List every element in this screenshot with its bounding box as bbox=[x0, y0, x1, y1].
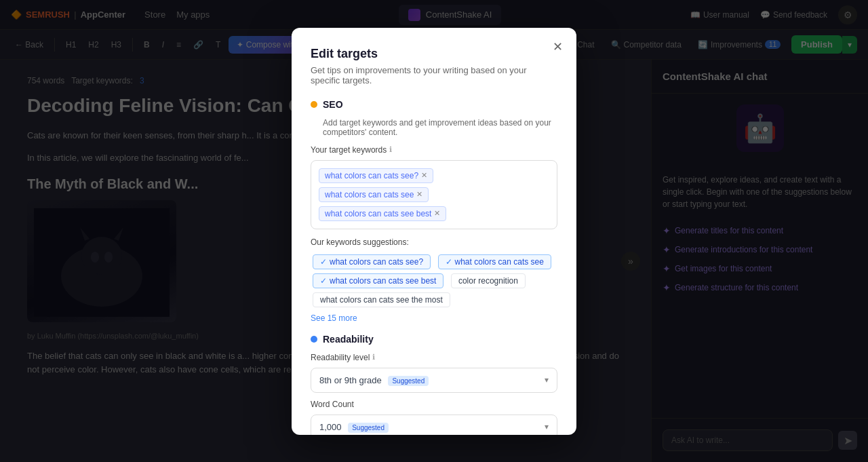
edit-targets-modal: ✕ Edit targets Get tips on improvements … bbox=[292, 28, 576, 435]
readability-dot bbox=[311, 336, 317, 343]
suggestion-3[interactable]: color recognition bbox=[451, 273, 526, 288]
target-keywords-label: Your target keywords ℹ bbox=[311, 145, 557, 155]
remove-keyword-2[interactable]: ✕ bbox=[434, 209, 440, 218]
readability-label: Readability bbox=[323, 334, 374, 345]
modal-overlay: ✕ Edit targets Get tips on improvements … bbox=[0, 0, 868, 462]
remove-keyword-1[interactable]: ✕ bbox=[416, 190, 422, 199]
seo-description: Add target keywords and get improvement … bbox=[323, 118, 557, 137]
readability-select[interactable]: 8th or 9th grade Suggested ▾ bbox=[311, 368, 557, 393]
readability-suggested-badge: Suggested bbox=[388, 376, 429, 386]
chevron-down-icon-2: ▾ bbox=[545, 422, 549, 431]
readability-section-header: Readability bbox=[311, 334, 557, 345]
chevron-down-icon: ▾ bbox=[545, 375, 549, 385]
seo-label: SEO bbox=[323, 99, 343, 110]
close-button[interactable]: ✕ bbox=[549, 39, 566, 55]
check-icon-2: ✓ bbox=[320, 276, 327, 286]
readability-level-label: Readability level ℹ bbox=[311, 353, 557, 362]
suggestion-2[interactable]: ✓ what colors can cats see best bbox=[313, 273, 443, 288]
word-count-suggested-badge: Suggested bbox=[348, 423, 389, 433]
keyword-tag-2[interactable]: what colors can cats see best ✕ bbox=[319, 206, 446, 221]
seo-section-header: SEO bbox=[311, 99, 557, 110]
modal-title: Edit targets bbox=[311, 47, 557, 61]
suggestion-1[interactable]: ✓ what colors can cats see bbox=[438, 254, 551, 269]
word-count-label: Word Count bbox=[311, 400, 557, 409]
info-icon-readability[interactable]: ℹ bbox=[372, 353, 375, 362]
info-icon-keywords[interactable]: ℹ bbox=[389, 145, 392, 154]
keyword-tag-0[interactable]: what colors can cats see? ✕ bbox=[319, 168, 433, 183]
word-count-select[interactable]: 1,000 Suggested ▾ bbox=[311, 415, 557, 435]
suggestion-4[interactable]: what colors can cats see the most bbox=[313, 292, 450, 307]
see-more-link[interactable]: See 15 more bbox=[311, 313, 557, 323]
keyword-tag-1[interactable]: what colors can cats see ✕ bbox=[319, 187, 429, 202]
keywords-box[interactable]: what colors can cats see? ✕ what colors … bbox=[311, 160, 557, 229]
suggestions-list: ✓ what colors can cats see? ✓ what color… bbox=[311, 252, 557, 309]
seo-dot bbox=[311, 101, 317, 108]
suggestions-label: Our keywords suggestions: bbox=[311, 237, 557, 247]
check-icon-1: ✓ bbox=[446, 257, 452, 267]
check-icon-0: ✓ bbox=[320, 257, 327, 267]
remove-keyword-0[interactable]: ✕ bbox=[421, 171, 427, 180]
suggestion-0[interactable]: ✓ what colors can cats see? bbox=[313, 254, 431, 269]
modal-subtitle: Get tips on improvements to your writing… bbox=[311, 65, 557, 85]
